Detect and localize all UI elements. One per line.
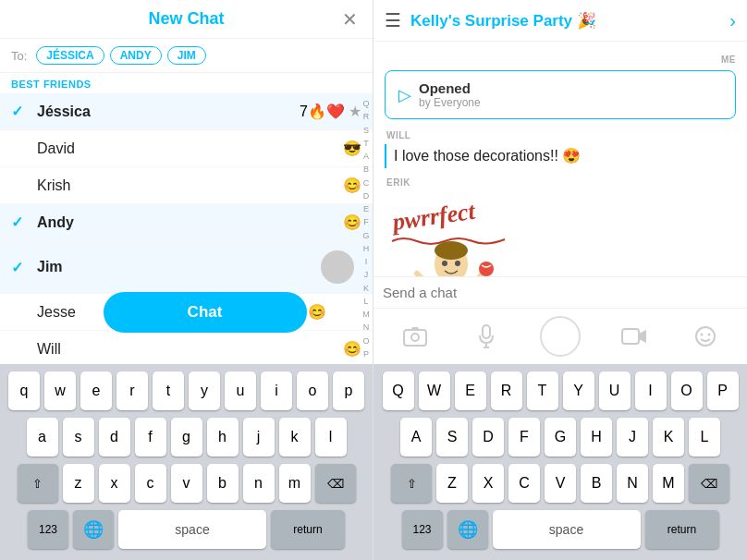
key-delete-right[interactable]: ⌫ xyxy=(689,464,729,503)
key-shift-right[interactable]: ⇧ xyxy=(391,464,432,503)
key-f[interactable]: f xyxy=(135,418,166,457)
key-t[interactable]: t xyxy=(153,371,184,410)
contact-name-krish: Krish xyxy=(37,177,343,194)
key-p[interactable]: p xyxy=(333,371,364,410)
key-j[interactable]: j xyxy=(243,418,275,457)
key-delete-left[interactable]: ⌫ xyxy=(315,464,356,503)
key-d[interactable]: d xyxy=(99,418,130,457)
key-C[interactable]: C xyxy=(508,464,540,503)
opened-arrow-icon: ▷ xyxy=(398,85,411,105)
keyboard-left: q w e r t y u i o p a s d f g h j k l ⇧ … xyxy=(0,364,373,560)
photo-icon[interactable] xyxy=(398,320,432,353)
chat-button[interactable]: Chat xyxy=(104,292,307,333)
key-Z[interactable]: Z xyxy=(436,464,468,503)
key-q[interactable]: q xyxy=(8,371,40,410)
keyboard-row-3-left: ⇧ z x c v b n m ⌫ xyxy=(4,464,369,503)
key-U[interactable]: U xyxy=(599,371,631,410)
key-I[interactable]: I xyxy=(635,371,667,410)
key-R[interactable]: R xyxy=(491,371,522,410)
key-s[interactable]: s xyxy=(63,418,94,457)
key-H[interactable]: H xyxy=(581,418,612,457)
contact-name-andy: Andy xyxy=(37,214,343,231)
key-W[interactable]: W xyxy=(419,371,450,410)
key-123-right[interactable]: 123 xyxy=(402,510,443,549)
key-u[interactable]: u xyxy=(225,371,256,410)
key-V[interactable]: V xyxy=(545,464,576,503)
key-c[interactable]: c xyxy=(135,464,166,503)
contact-krish[interactable]: Krish 😊 xyxy=(0,167,373,204)
key-M[interactable]: M xyxy=(653,464,684,503)
key-l[interactable]: l xyxy=(315,418,347,457)
key-n[interactable]: n xyxy=(243,464,275,503)
key-F[interactable]: F xyxy=(508,418,540,457)
video-icon[interactable] xyxy=(618,320,651,353)
svg-point-5 xyxy=(442,261,447,266)
key-K[interactable]: K xyxy=(653,418,684,457)
key-E[interactable]: E xyxy=(455,371,486,410)
to-tag-jessica[interactable]: JÉSSICA xyxy=(36,46,104,65)
key-S[interactable]: S xyxy=(436,418,468,457)
key-z[interactable]: z xyxy=(63,464,94,503)
key-T[interactable]: T xyxy=(527,371,558,410)
key-shift-left[interactable]: ⇧ xyxy=(18,464,58,503)
close-button[interactable]: ✕ xyxy=(342,10,358,29)
key-P[interactable]: P xyxy=(707,371,739,410)
key-emoji-left[interactable]: 🌐 xyxy=(73,510,114,549)
snap-capture-button[interactable] xyxy=(540,316,581,357)
chat-messages: ME ▷ Opened by Everyone WILL I love thos… xyxy=(374,42,747,276)
svg-point-17 xyxy=(696,327,715,346)
to-tag-jim[interactable]: JIM xyxy=(167,46,206,65)
contact-jesse[interactable]: Jesse Chat 😊 xyxy=(0,294,373,331)
key-return-right[interactable]: return xyxy=(645,510,719,549)
key-L[interactable]: L xyxy=(689,418,720,457)
key-r[interactable]: r xyxy=(116,371,148,410)
keyboard-row-1-right: Q W E R T Y U I O P xyxy=(377,371,743,410)
keyboard-row-2-right: A S D F G H J K L xyxy=(377,418,743,457)
key-y[interactable]: y xyxy=(189,371,220,410)
key-O[interactable]: O xyxy=(671,371,703,410)
key-i[interactable]: i xyxy=(261,371,292,410)
key-k[interactable]: k xyxy=(279,418,311,457)
key-G[interactable]: G xyxy=(545,418,576,457)
key-return-left[interactable]: return xyxy=(271,510,345,549)
key-J[interactable]: J xyxy=(617,418,648,457)
contact-andy[interactable]: ✓ Andy 😊 xyxy=(0,204,373,241)
key-D[interactable]: D xyxy=(472,418,504,457)
key-space-right[interactable]: space xyxy=(493,510,641,549)
sender-will: WILL xyxy=(385,130,736,140)
key-N[interactable]: N xyxy=(617,464,648,503)
key-b[interactable]: b xyxy=(207,464,239,503)
key-h[interactable]: h xyxy=(207,418,239,457)
key-a[interactable]: a xyxy=(27,418,58,457)
key-X[interactable]: X xyxy=(472,464,504,503)
opened-title: Opened xyxy=(419,80,481,96)
contact-david[interactable]: David 😎 xyxy=(0,130,373,167)
contact-name-jessica: Jéssica xyxy=(37,103,300,120)
key-e[interactable]: e xyxy=(80,371,112,410)
will-indicator xyxy=(385,144,386,168)
will-message-area: I love those decorations!! 😍 xyxy=(385,144,736,168)
contact-will[interactable]: Will 😊 xyxy=(0,331,373,364)
key-123-left[interactable]: 123 xyxy=(28,510,68,549)
key-space-left[interactable]: space xyxy=(118,510,266,549)
contact-jessica[interactable]: ✓ Jéssica 7🔥❤️ ★ xyxy=(0,93,373,130)
key-x[interactable]: x xyxy=(99,464,130,503)
key-w[interactable]: w xyxy=(44,371,76,410)
menu-icon[interactable]: ☰ xyxy=(385,9,401,31)
key-o[interactable]: o xyxy=(297,371,328,410)
emoji-icon[interactable] xyxy=(689,320,722,353)
contact-emoji-jessica: 7🔥❤️ xyxy=(300,103,345,120)
key-emoji-right[interactable]: 🌐 xyxy=(447,510,488,549)
chat-input[interactable] xyxy=(383,285,738,300)
key-B[interactable]: B xyxy=(581,464,612,503)
key-v[interactable]: v xyxy=(171,464,202,503)
microphone-icon[interactable] xyxy=(470,320,503,353)
key-Y[interactable]: Y xyxy=(563,371,594,410)
header-arrow-icon[interactable]: › xyxy=(729,10,736,31)
to-label: To: xyxy=(11,49,27,63)
key-g[interactable]: g xyxy=(171,418,202,457)
key-m[interactable]: m xyxy=(279,464,311,503)
to-tag-andy[interactable]: ANDY xyxy=(110,46,162,65)
key-Q[interactable]: Q xyxy=(383,371,414,410)
key-A[interactable]: A xyxy=(400,418,432,457)
